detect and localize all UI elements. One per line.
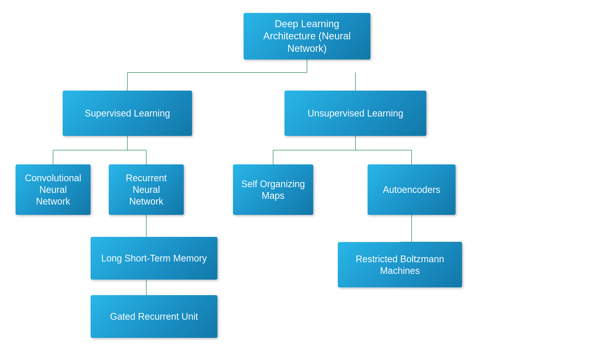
gru-node: Gated Recurrent Unit xyxy=(91,295,217,338)
autoencoders-node: Autoencoders xyxy=(368,164,456,215)
rnn-node: Recurrent Neural Network xyxy=(109,164,184,215)
cnn-node: Convolutional Neural Network xyxy=(16,164,91,215)
lstm-node: Long Short-Term Memory xyxy=(91,237,217,280)
diagram: Deep Learning Architecture (Neural Netwo… xyxy=(0,0,614,364)
som-node: Self Organizing Maps xyxy=(233,164,313,215)
root-node: Deep Learning Architecture (Neural Netwo… xyxy=(244,13,370,60)
rbm-node: Restricted Boltzmann Machines xyxy=(338,242,462,287)
unsupervised-node: Unsupervised Learning xyxy=(284,91,426,136)
supervised-node: Supervised Learning xyxy=(63,91,192,136)
